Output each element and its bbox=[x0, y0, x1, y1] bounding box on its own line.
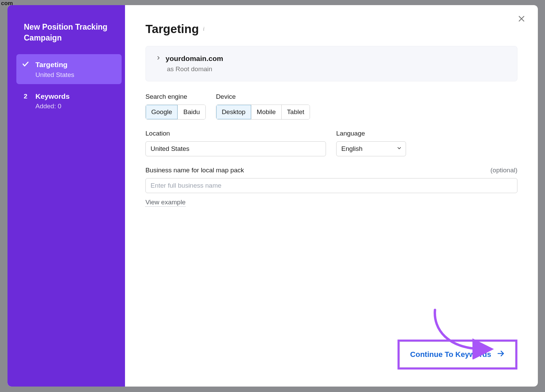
domain-card[interactable]: yourdomain.com as Root domain bbox=[145, 46, 517, 81]
domain-name: yourdomain.com bbox=[166, 54, 223, 63]
chevron-right-icon bbox=[156, 56, 161, 62]
step-sublabel: Added: 0 bbox=[35, 103, 115, 110]
device-option-mobile[interactable]: Mobile bbox=[251, 105, 282, 119]
device-label: Device bbox=[216, 93, 310, 100]
step-sublabel: United States bbox=[35, 71, 115, 79]
search-engine-toggle: Google Baidu bbox=[145, 105, 206, 120]
step-label: Keywords bbox=[35, 91, 115, 101]
checkmark-icon bbox=[22, 60, 29, 68]
sidebar-title: New Position Tracking Campaign bbox=[7, 21, 125, 54]
device-option-desktop[interactable]: Desktop bbox=[216, 105, 251, 119]
sidebar-step-keywords[interactable]: 2 Keywords Added: 0 bbox=[16, 86, 122, 115]
position-tracking-modal: New Position Tracking Campaign Targeting… bbox=[7, 5, 538, 387]
targeting-content: Targeting i yourdomain.com as Root domai… bbox=[125, 5, 538, 387]
location-input[interactable] bbox=[145, 141, 326, 156]
step-label: Targeting bbox=[35, 60, 115, 69]
business-name-input[interactable] bbox=[145, 178, 517, 193]
location-field: Location bbox=[145, 130, 326, 156]
info-icon[interactable]: i bbox=[203, 26, 205, 32]
view-example-link[interactable]: View example bbox=[145, 199, 186, 207]
language-select[interactable] bbox=[336, 141, 406, 156]
search-engine-field: Search engine Google Baidu bbox=[145, 93, 206, 120]
optional-label: (optional) bbox=[490, 167, 517, 174]
language-field: Language bbox=[336, 130, 406, 156]
device-option-tablet[interactable]: Tablet bbox=[282, 105, 310, 119]
location-label: Location bbox=[145, 130, 326, 137]
domain-scope: as Root domain bbox=[167, 65, 507, 73]
continue-to-keywords-button[interactable]: Continue To Keywords bbox=[400, 342, 515, 367]
language-label: Language bbox=[336, 130, 406, 137]
device-toggle: Desktop Mobile Tablet bbox=[216, 105, 310, 120]
search-engine-option-baidu[interactable]: Baidu bbox=[178, 105, 205, 119]
continue-highlight: Continue To Keywords bbox=[398, 340, 517, 370]
arrow-right-icon bbox=[497, 349, 505, 360]
business-label: Business name for local map pack bbox=[145, 167, 244, 174]
page-title: Targeting i bbox=[145, 22, 517, 36]
close-button[interactable] bbox=[515, 13, 528, 25]
search-engine-option-google[interactable]: Google bbox=[146, 105, 178, 119]
search-engine-label: Search engine bbox=[145, 93, 206, 100]
sidebar-step-targeting[interactable]: Targeting United States bbox=[16, 54, 122, 84]
device-field: Device Desktop Mobile Tablet bbox=[216, 93, 310, 120]
wizard-sidebar: New Position Tracking Campaign Targeting… bbox=[7, 5, 125, 387]
step-number: 2 bbox=[22, 91, 29, 101]
